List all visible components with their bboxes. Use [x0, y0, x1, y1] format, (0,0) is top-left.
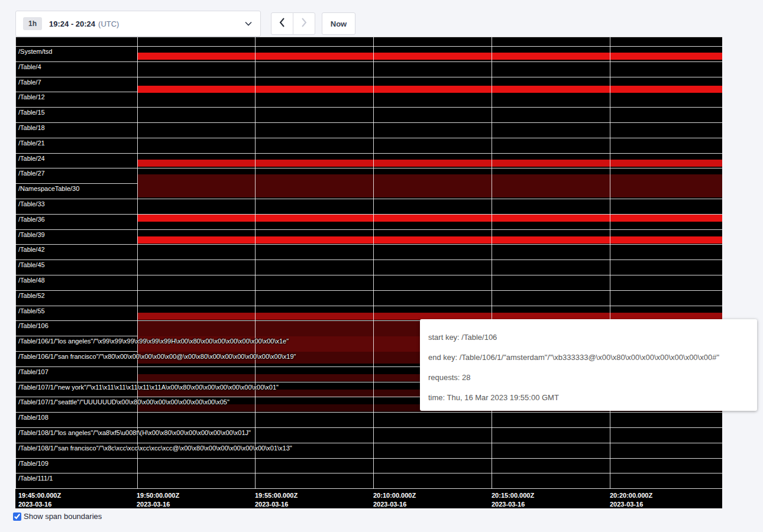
tooltip-requests: requests: 28 [428, 372, 749, 384]
tick-date: 2023-03-16 [492, 500, 534, 509]
span-start-key-label: /NamespaceTable/30 [18, 185, 79, 192]
show-span-boundaries-label: Show span boundaries [24, 512, 102, 521]
span-start-key-label: /Table/106 [18, 322, 49, 329]
heat-band[interactable] [137, 86, 722, 93]
span-start-key-label: /Table/107 [18, 368, 49, 375]
span-row[interactable]: /Table/4 [15, 61, 722, 77]
tick-time: 20:10:00.000Z [373, 491, 416, 500]
key-visualizer-heatmap[interactable]: /System/tsd/Table/4/Table/7/Table/12/Tab… [15, 37, 722, 508]
span-start-key-label: /Table/52 [18, 292, 45, 299]
key-visualizer-page: 1h 19:24 - 20:24 (UTC) Now /System/tsd/T… [0, 0, 763, 532]
tooltip-time: time: Thu, 16 Mar 2023 19:55:00 GMT [428, 392, 749, 404]
span-row[interactable]: /Table/24 [15, 153, 722, 168]
span-start-key-label: /Table/108/1/"san francisco"/"\x8c\xcc\x… [18, 445, 292, 452]
toolbar: 1h 19:24 - 20:24 (UTC) Now [15, 11, 355, 37]
time-range-selector[interactable]: 1h 19:24 - 20:24 (UTC) [15, 11, 261, 37]
span-start-key-label: /Table/108/1/"los angeles"/"\xa8\xf5\u00… [18, 429, 251, 436]
span-start-key-label: /Table/39 [18, 231, 45, 238]
x-axis: 19:45:00.000Z 2023-03-16 19:50:00.000Z 2… [15, 489, 722, 509]
heat-band[interactable] [137, 160, 722, 167]
tick-time: 20:15:00.000Z [492, 491, 534, 500]
span-start-key-label: /Table/55 [18, 307, 45, 314]
x-axis-tick: 20:10:00.000Z 2023-03-16 [373, 491, 416, 509]
span-row[interactable]: /Table/111/1 [15, 473, 722, 488]
span-row[interactable]: /Table/36 [15, 214, 722, 229]
span-row[interactable]: /Table/52 [15, 290, 722, 306]
span-row[interactable]: /System/tsd [15, 46, 722, 61]
heat-band[interactable] [137, 313, 722, 320]
span-hover-tooltip: start key: /Table/106 end key: /Table/10… [420, 319, 757, 411]
span-row[interactable]: /Table/12 [15, 92, 722, 107]
time-range-label: 19:24 - 20:24 [49, 20, 95, 28]
tick-date: 2023-03-16 [137, 500, 179, 509]
span-row[interactable]: /Table/108/1/"san francisco"/"\x8c\xcc\x… [15, 443, 722, 458]
tick-time: 20:20:00.000Z [610, 491, 652, 500]
span-start-key-label: /Table/107/1/"seattle"/"UUUUUUD\x00\x80\… [18, 398, 229, 406]
duration-badge: 1h [23, 17, 42, 30]
next-time-button[interactable] [293, 12, 315, 35]
x-axis-tick: 20:20:00.000Z 2023-03-16 [610, 491, 652, 509]
span-row[interactable]: /Table/109 [15, 458, 722, 473]
span-row[interactable]: /Table/39 [15, 229, 722, 245]
chevron-down-icon [245, 21, 252, 26]
span-start-key-label: /Table/15 [18, 109, 45, 116]
tick-date: 2023-03-16 [18, 500, 61, 509]
time-nav-group [271, 12, 315, 35]
span-row[interactable]: /Table/15 [15, 107, 722, 122]
span-row[interactable]: /NamespaceTable/30 [15, 183, 722, 199]
span-row[interactable]: /Table/48 [15, 275, 722, 290]
heat-band[interactable] [137, 215, 722, 222]
chevron-left-icon [279, 18, 285, 30]
tick-date: 2023-03-16 [255, 500, 298, 509]
span-row[interactable]: /Table/108 [15, 412, 722, 427]
tick-time: 19:50:00.000Z [137, 491, 179, 500]
span-start-key-label: /System/tsd [18, 48, 52, 55]
span-start-key-label: /Table/36 [18, 216, 45, 223]
span-row[interactable]: /Table/55 [15, 306, 722, 321]
timezone-label: (UTC) [98, 20, 119, 28]
span-row[interactable]: /Table/108/1/"los angeles"/"\xa8\xf5\u00… [15, 427, 722, 443]
heat-band[interactable] [137, 53, 722, 60]
rows-layer: /System/tsd/Table/4/Table/7/Table/12/Tab… [15, 46, 722, 489]
span-row[interactable]: /Table/27 [15, 168, 722, 183]
span-start-key-label: /Table/18 [18, 124, 45, 131]
tick-date: 2023-03-16 [373, 500, 416, 509]
span-start-key-label: /Table/42 [18, 246, 45, 253]
span-start-key-label: /Table/45 [18, 261, 45, 268]
span-start-key-label: /Table/27 [18, 170, 45, 177]
span-start-key-label: /Table/48 [18, 277, 45, 284]
show-span-boundaries-checkbox[interactable] [13, 512, 21, 521]
tick-time: 19:55:00.000Z [255, 491, 298, 500]
span-start-key-label: /Table/7 [18, 79, 41, 86]
chevron-right-icon [301, 18, 307, 30]
span-start-key-label: /Table/111/1 [18, 475, 53, 482]
x-axis-tick: 20:15:00.000Z 2023-03-16 [492, 491, 534, 509]
span-start-key-label: /Table/33 [18, 200, 45, 207]
tooltip-start-key: start key: /Table/106 [428, 332, 749, 343]
span-start-key-label: /Table/106/1/"san francisco"/"\x80\x00\x… [18, 353, 296, 360]
tooltip-end-key: end key: /Table/106/1/"amsterdam"/"\xb33… [428, 352, 749, 364]
span-row[interactable]: /Table/42 [15, 244, 722, 259]
span-row[interactable]: /Table/7 [15, 77, 722, 92]
heat-band[interactable] [137, 184, 722, 197]
span-row[interactable]: /Table/45 [15, 259, 722, 275]
x-axis-tick: 19:50:00.000Z 2023-03-16 [137, 491, 179, 509]
heat-band[interactable] [137, 236, 722, 244]
span-start-key-label: /Table/21 [18, 140, 45, 147]
tick-time: 19:45:00.000Z [18, 491, 61, 500]
span-start-key-label: /Table/4 [18, 63, 41, 70]
show-span-boundaries-toggle[interactable]: Show span boundaries [13, 512, 102, 521]
heat-band[interactable] [137, 174, 722, 184]
span-start-key-label: /Table/108 [18, 414, 49, 421]
x-axis-tick: 19:45:00.000Z 2023-03-16 [18, 491, 61, 509]
x-axis-tick: 19:55:00.000Z 2023-03-16 [255, 491, 298, 509]
span-start-key-label: /Table/109 [18, 460, 49, 467]
span-row[interactable]: /Table/21 [15, 138, 722, 153]
tick-date: 2023-03-16 [610, 500, 652, 509]
span-start-key-label: /Table/12 [18, 93, 45, 100]
span-start-key-label: /Table/107/1/"new york"/"\x11\x11\x11\x1… [18, 384, 279, 391]
prev-time-button[interactable] [271, 12, 293, 35]
span-row[interactable]: /Table/18 [15, 122, 722, 138]
span-row[interactable]: /Table/33 [15, 199, 722, 214]
now-button[interactable]: Now [322, 12, 355, 35]
